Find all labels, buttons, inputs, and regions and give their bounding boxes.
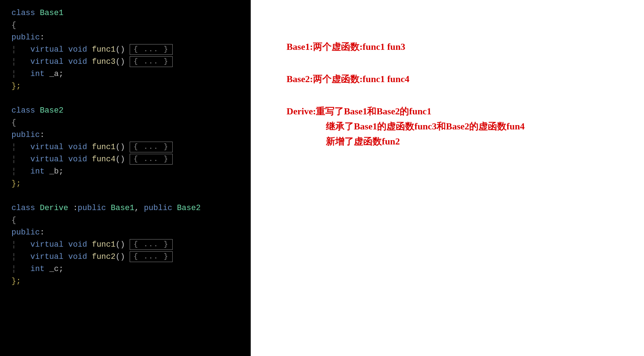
class-name-base1: Base1: [40, 9, 63, 18]
member-var: _c: [49, 265, 59, 274]
open-brace: {: [11, 21, 16, 30]
inherit-sep: ,: [134, 204, 144, 213]
func-name: func2: [92, 252, 115, 261]
func-name: func1: [92, 143, 115, 152]
colon: :: [40, 130, 44, 139]
virtual-keyword: virtual: [30, 240, 63, 249]
int-keyword: int: [30, 265, 45, 274]
open-brace: {: [11, 216, 16, 225]
public-keyword: public: [11, 130, 40, 139]
void-keyword: void: [68, 252, 87, 261]
open-brace: {: [11, 118, 16, 127]
fold-indicator[interactable]: { ... }: [130, 239, 173, 250]
colon: :: [40, 228, 44, 237]
annotation-derive-line3: 新增了虚函数fun2: [287, 134, 525, 149]
void-keyword: void: [68, 45, 87, 54]
void-keyword: void: [68, 240, 87, 249]
parens: (): [115, 252, 125, 261]
base-ref: Base1: [111, 204, 134, 213]
code-editor: class Base1 { public: ¦ virtual void fun…: [0, 0, 251, 356]
virtual-keyword: virtual: [30, 45, 63, 54]
class-name-base2: Base2: [40, 106, 63, 115]
fold-indicator[interactable]: { ... }: [130, 56, 173, 67]
int-keyword: int: [30, 70, 45, 79]
annotation-derive: Derive:重写了Base1和Base2的func1 继承了Base1的虚函数…: [287, 104, 525, 149]
close-brace: };: [11, 277, 21, 286]
base-ref: Base2: [177, 204, 201, 213]
void-keyword: void: [68, 57, 87, 66]
fold-indicator[interactable]: { ... }: [130, 44, 173, 55]
func-name: func3: [92, 57, 115, 66]
virtual-keyword: virtual: [30, 57, 63, 66]
member-var: _b: [49, 167, 59, 176]
void-keyword: void: [68, 143, 87, 152]
public-keyword: public: [11, 228, 40, 237]
annotation-derive-line2: 继承了Base1的虚函数func3和Base2的虚函数fun4: [287, 119, 525, 134]
func-name: func1: [92, 45, 115, 54]
void-keyword: void: [68, 155, 87, 164]
virtual-keyword: virtual: [30, 143, 63, 152]
parens: (): [115, 57, 125, 66]
member-var: _a: [49, 70, 59, 79]
colon: :: [40, 33, 44, 42]
public-keyword: public: [78, 204, 106, 213]
fold-indicator[interactable]: { ... }: [130, 251, 173, 262]
parens: (): [115, 155, 125, 164]
annotation-derive-line1: Derive:重写了Base1和Base2的func1: [287, 104, 525, 119]
class-keyword: class: [11, 106, 35, 115]
func-name: func4: [92, 155, 115, 164]
inherit-colon: :: [68, 204, 77, 213]
fold-indicator[interactable]: { ... }: [130, 142, 173, 152]
annotation-panel: Base1:两个虚函数:func1 fun3 Base2:两个虚函数:func1…: [251, 0, 525, 356]
virtual-keyword: virtual: [30, 155, 63, 164]
public-keyword: public: [11, 33, 40, 42]
parens: (): [115, 45, 125, 54]
parens: (): [115, 240, 125, 249]
func-name: func1: [92, 240, 115, 249]
annotation-base2: Base2:两个虚函数:func1 func4: [287, 72, 525, 87]
annotation-base1: Base1:两个虚函数:func1 fun3: [287, 39, 525, 54]
close-brace: };: [11, 82, 21, 91]
virtual-keyword: virtual: [30, 252, 63, 261]
class-name-derive: Derive: [40, 204, 68, 213]
class-keyword: class: [11, 9, 35, 18]
parens: (): [115, 143, 125, 152]
class-keyword: class: [11, 204, 35, 213]
close-brace: };: [11, 179, 21, 188]
int-keyword: int: [30, 167, 45, 176]
public-keyword: public: [144, 204, 172, 213]
fold-indicator[interactable]: { ... }: [130, 154, 173, 165]
